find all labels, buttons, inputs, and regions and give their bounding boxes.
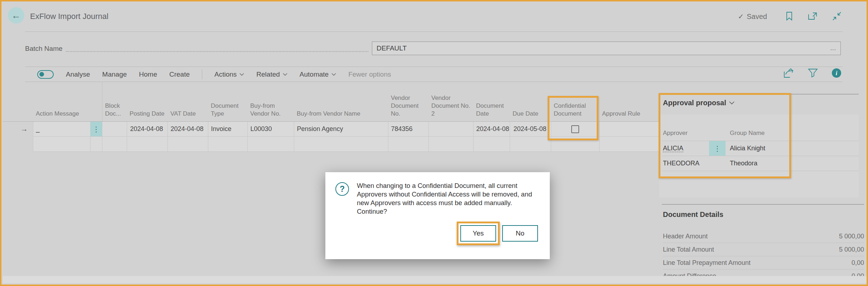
toolbar-fewer-options[interactable]: Fewer options bbox=[348, 71, 391, 78]
batch-name-value: DEFAULT bbox=[377, 44, 407, 52]
active-row-marker: → bbox=[3, 122, 33, 137]
toolbar-actions-menu[interactable]: Actions bbox=[214, 71, 244, 78]
dialog-message: When changing to a Confidential Document… bbox=[357, 181, 540, 216]
document-details-divider bbox=[662, 204, 864, 205]
cell-posting-date[interactable]: 2024-04-08 bbox=[127, 122, 168, 137]
cell-vendor-document-no[interactable]: 784356 bbox=[388, 122, 428, 137]
confidential-checkbox[interactable] bbox=[571, 125, 579, 133]
detail-row-line-total-prepayment-amount: Line Total Prepayment Amount 0,00 bbox=[663, 256, 864, 270]
filter-icon[interactable] bbox=[808, 68, 818, 78]
header-approval-rule[interactable]: Approval Rule bbox=[599, 82, 660, 122]
vertical-ellipsis-icon: ⋮ bbox=[714, 144, 721, 153]
batch-name-input[interactable]: DEFAULT ... bbox=[372, 42, 841, 55]
document-details-heading: Document Details bbox=[663, 210, 723, 219]
page-title: ExFlow Import Journal bbox=[30, 12, 108, 21]
table-row-empty bbox=[3, 137, 660, 152]
cell-document-date[interactable]: 2024-04-08 bbox=[473, 122, 510, 137]
group-name-value[interactable]: Theodora bbox=[730, 160, 757, 167]
header-vat-date[interactable]: VAT Date bbox=[168, 82, 208, 122]
exflow-import-journal-page: ← ExFlow Import Journal ✓ Saved Batch Na… bbox=[0, 0, 868, 286]
checkmark-icon: ✓ bbox=[738, 12, 744, 21]
approval-proposal-heading[interactable]: Approval proposal bbox=[663, 99, 734, 107]
open-in-new-window-icon[interactable] bbox=[808, 11, 818, 21]
cell-confidential-document bbox=[551, 122, 599, 137]
chevron-down-icon bbox=[729, 101, 734, 105]
detail-row-header-amount: Header Amount 5 000,00 bbox=[663, 230, 864, 243]
header-vendor-document-no-2[interactable]: Vendor Document No. 2 bbox=[428, 82, 473, 122]
approver-row-menu-button[interactable]: ⋮ bbox=[709, 141, 726, 156]
header-posting-date[interactable]: Posting Date bbox=[127, 82, 168, 122]
detail-row-line-total-amount: Line Total Amount 5 000,00 bbox=[663, 243, 864, 256]
confirmation-dialog: ? When changing to a Confidential Docume… bbox=[325, 172, 550, 259]
share-icon[interactable] bbox=[784, 68, 794, 78]
cell-buy-from-vendor-no[interactable]: L00030 bbox=[247, 122, 294, 137]
chevron-down-icon bbox=[283, 73, 287, 76]
journal-lines-table: Action Message Block Doc... Posting Date… bbox=[3, 82, 660, 152]
header-due-date[interactable]: Due Date bbox=[510, 82, 551, 122]
chevron-down-icon bbox=[239, 73, 244, 76]
toggle-knob bbox=[39, 72, 44, 77]
cell-buy-from-vendor-name[interactable]: Pension Agency bbox=[294, 122, 388, 137]
question-mark-icon: ? bbox=[335, 182, 349, 196]
header-action-message[interactable]: Action Message bbox=[33, 82, 102, 122]
bookmark-icon[interactable] bbox=[785, 11, 794, 21]
toolbar-manage[interactable]: Manage bbox=[102, 71, 127, 78]
header-document-date[interactable]: Document Date bbox=[473, 82, 510, 122]
toolbar-separator bbox=[202, 69, 202, 79]
toolbar-analyse[interactable]: Analyse bbox=[66, 71, 90, 78]
header-row-marker bbox=[3, 82, 33, 122]
saved-indicator: ✓ Saved bbox=[738, 12, 767, 21]
cell-action-message[interactable]: _ bbox=[33, 122, 90, 137]
table-header-row: Action Message Block Doc... Posting Date… bbox=[3, 82, 660, 122]
table-row: → _ ⋮ 2024-04-08 2024-04-08 Invoice L000… bbox=[3, 122, 660, 137]
header-buy-from-vendor-name[interactable]: Buy-from Vendor Name bbox=[294, 82, 388, 122]
cell-vendor-document-no-2[interactable] bbox=[428, 122, 473, 137]
vertical-ellipsis-icon: ⋮ bbox=[93, 125, 100, 133]
chevron-down-icon bbox=[331, 73, 336, 76]
header-vendor-document-no[interactable]: Vendor Document No. bbox=[388, 82, 428, 122]
cell-due-date[interactable]: 2024-05-08 bbox=[510, 122, 551, 137]
back-button[interactable]: ← bbox=[8, 7, 24, 24]
cell-approval-rule[interactable] bbox=[599, 122, 660, 137]
cell-block-doc[interactable] bbox=[102, 122, 127, 137]
approval-panel-background bbox=[659, 115, 859, 198]
document-details-list: Header Amount 5 000,00 Line Total Amount… bbox=[663, 230, 864, 283]
group-name-column-header[interactable]: Group Name bbox=[730, 130, 765, 137]
header-confidential-document[interactable]: Confidential Document bbox=[551, 82, 599, 122]
collapse-icon[interactable] bbox=[832, 11, 842, 21]
titlebar-divider bbox=[25, 31, 843, 32]
row-menu-button[interactable]: ⋮ bbox=[90, 122, 102, 137]
toolbar-create[interactable]: Create bbox=[169, 71, 190, 78]
toolbar-automate-menu[interactable]: Automate bbox=[300, 71, 336, 78]
batch-divider bbox=[25, 67, 843, 67]
analyse-toggle[interactable] bbox=[37, 70, 54, 79]
batch-lookup-button[interactable]: ... bbox=[830, 45, 836, 52]
bottom-strip bbox=[3, 276, 868, 283]
cell-vat-date[interactable]: 2024-04-08 bbox=[168, 122, 208, 137]
svg-text:i: i bbox=[836, 70, 838, 76]
factbox-top-divider bbox=[662, 94, 859, 94]
info-icon[interactable]: i bbox=[831, 68, 842, 78]
toolbar-home[interactable]: Home bbox=[139, 71, 157, 78]
back-arrow-icon: ← bbox=[11, 10, 21, 21]
header-block-doc[interactable]: Block Doc... bbox=[102, 82, 127, 122]
batch-name-label: Batch Name bbox=[25, 45, 63, 53]
approver-value[interactable]: THEODORA bbox=[663, 160, 699, 167]
cell-document-type[interactable]: Invoice bbox=[208, 122, 247, 137]
header-buy-from-vendor-no[interactable]: Buy-from Vendor No. bbox=[247, 82, 294, 122]
no-button[interactable]: No bbox=[502, 225, 538, 242]
group-name-value[interactable]: Alicia Knight bbox=[730, 145, 765, 152]
approver-column-header[interactable]: Approver bbox=[663, 130, 688, 137]
header-document-type[interactable]: Document Type bbox=[208, 82, 247, 122]
batch-name-leader bbox=[66, 51, 368, 52]
saved-label: Saved bbox=[747, 13, 767, 21]
approver-link[interactable]: ALICIA bbox=[663, 145, 683, 152]
yes-button[interactable]: Yes bbox=[460, 225, 496, 242]
toolbar-related-menu[interactable]: Related bbox=[256, 71, 287, 78]
